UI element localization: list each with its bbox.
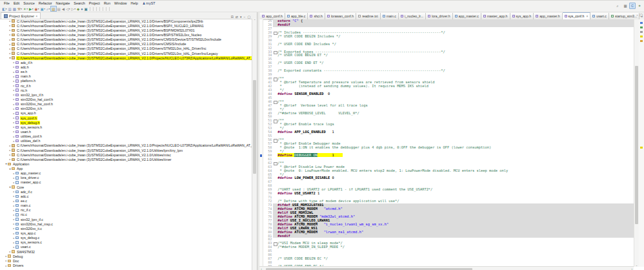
save-all-icon[interactable]: ▩ bbox=[12, 6, 17, 12]
tree-item[interactable]: ▸master_app.c bbox=[0, 180, 252, 185]
forward-icon[interactable]: ▷▾ bbox=[71, 6, 77, 12]
editor-horizontal-scroll-thumb[interactable] bbox=[266, 268, 472, 270]
external-tools-icon[interactable]: ◉▾ bbox=[34, 6, 39, 12]
tree-item[interactable]: ▸Debug bbox=[0, 254, 252, 258]
maximize-icon[interactable]: ▢ bbox=[639, 13, 643, 17]
menu-refactor[interactable]: Refactor bbox=[37, 1, 54, 5]
editor-tab-main.c[interactable]: main.c bbox=[381, 13, 399, 19]
annotation-gutter[interactable] bbox=[259, 19, 263, 267]
editor-tab-usart.c[interactable]: usart.c bbox=[590, 13, 609, 19]
scroll-up-icon[interactable]: ⌃ bbox=[252, 19, 257, 23]
tree-item[interactable]: ▸stm32l0xx_hw_conf.h bbox=[0, 102, 252, 107]
tree-item[interactable]: ▸C:/Users/irhoumai/Downloads/en.i-cube_l… bbox=[0, 143, 252, 148]
tree-item[interactable]: ▸adc_if.c bbox=[0, 189, 252, 194]
scroll-left-icon[interactable]: ‹ bbox=[259, 267, 263, 270]
tree-item[interactable]: ▸C:/Users/irhoumai/Downloads/en.i-cube_l… bbox=[0, 32, 252, 37]
tree-item[interactable]: ▸platform.h bbox=[0, 79, 252, 83]
minimize-icon[interactable]: − bbox=[636, 13, 638, 17]
menu-search[interactable]: Search bbox=[72, 1, 86, 5]
editor-tab-startup_stm3...[interactable]: startup_stm3... bbox=[609, 13, 639, 19]
editor-tab-i_nucleo_lr...[interactable]: i_nucleo_lr... bbox=[399, 13, 426, 19]
tree-item[interactable]: ▸app_master.c bbox=[0, 171, 252, 176]
editor-tab-app_master.c[interactable]: app_master.c bbox=[453, 13, 481, 19]
tree-item[interactable]: ▸rtc_if.c bbox=[0, 208, 252, 213]
tree-item[interactable]: ▸main.h bbox=[0, 74, 252, 79]
editor-horizontal-scrollbar[interactable]: ‹ › bbox=[259, 266, 634, 270]
editor-vertical-scrollbar[interactable]: ⌄ bbox=[634, 19, 639, 267]
save-icon[interactable]: ▥ bbox=[7, 6, 12, 12]
tree-item[interactable]: ▸stm32_lpm_if.h bbox=[0, 92, 252, 97]
tree-item[interactable]: ▸usart.c bbox=[0, 245, 252, 249]
menu-window[interactable]: Window bbox=[112, 1, 129, 5]
tree-item[interactable]: ▾C:/Users/irhoumai/Downloads/en.i-cube_l… bbox=[0, 56, 252, 60]
close-icon[interactable]: × bbox=[586, 14, 588, 18]
overview-marker[interactable] bbox=[640, 36, 643, 37]
new-c-file-icon[interactable]: ▣▾ bbox=[40, 6, 46, 12]
tree-item[interactable]: ▸adc.c bbox=[0, 194, 252, 198]
search-icon[interactable]: ⌕ bbox=[615, 3, 620, 8]
menu-help[interactable]: Help bbox=[129, 1, 140, 5]
editor-tab-master_app.h[interactable]: master_app.h bbox=[481, 13, 510, 19]
myst-menu[interactable]: ♟ myST bbox=[140, 1, 156, 5]
tab-project-explorer[interactable]: Project Explorer × bbox=[1, 12, 41, 19]
tree-item[interactable]: ▸sys_app.h bbox=[0, 111, 252, 116]
menu-navigate[interactable]: Navigate bbox=[54, 1, 72, 5]
search-result-marker[interactable] bbox=[260, 154, 262, 157]
code-editor[interactable]: 25extern "C" {26#endif2728−/* Includes -… bbox=[259, 19, 634, 267]
tree-item[interactable]: ▸lora_driver.c bbox=[0, 176, 252, 180]
overview-marker[interactable] bbox=[640, 147, 643, 149]
tree-item[interactable]: ▸sys_debug.h bbox=[0, 120, 252, 125]
tree-item[interactable]: ▸sys_sensors.h bbox=[0, 125, 252, 129]
tree-item[interactable]: ▾Application bbox=[0, 161, 252, 166]
editor-vertical-scroll-thumb[interactable] bbox=[635, 66, 638, 224]
project-explorer-scroll-thumb[interactable] bbox=[253, 80, 256, 174]
editor-tab-app_conf.h[interactable]: app_conf.h bbox=[260, 13, 285, 19]
tree-item[interactable]: ▸stm32l0xx_it.c bbox=[0, 226, 252, 231]
editor-tab-sys_app.h[interactable]: sys_app.h bbox=[510, 13, 534, 19]
tree-item[interactable]: ▸main.c bbox=[0, 203, 252, 208]
tree-item[interactable]: ▸ee.c bbox=[0, 198, 252, 203]
tree-item[interactable]: ▸adc_if.h bbox=[0, 60, 252, 65]
tree-item[interactable]: ▸sys_conf.h bbox=[0, 116, 252, 120]
overview-marker[interactable] bbox=[640, 22, 643, 24]
menu-edit[interactable]: Edit bbox=[12, 1, 21, 5]
tree-item[interactable]: ▸C:/Users/irhoumai/Downloads/en.i-cube_l… bbox=[0, 42, 252, 47]
back-icon[interactable]: ◁▾ bbox=[65, 6, 71, 12]
tree-item[interactable]: ▸C:/Users/irhoumai/Downloads/en.i-cube_l… bbox=[0, 19, 252, 23]
build-icon[interactable]: ⚒▾ bbox=[17, 6, 23, 12]
tree-item[interactable]: ▸C:/Users/irhoumai/Downloads/en.i-cube_l… bbox=[0, 157, 252, 161]
tree-item[interactable]: ▸C:/Users/irhoumai/Downloads/en.i-cube_l… bbox=[0, 28, 252, 32]
debug-icon[interactable]: ✶▾ bbox=[23, 6, 28, 12]
editor-tab-sys_conf.h[interactable]: sys_conf.h× bbox=[563, 12, 591, 19]
tree-item[interactable]: ▸Drivers bbox=[0, 263, 252, 267]
tree-item[interactable]: ▸C:/Users/irhoumai/Downloads/en.i-cube_l… bbox=[0, 148, 252, 152]
tree-item[interactable]: ▸rtc_if.h bbox=[0, 83, 252, 88]
editor-tab-app_ble.c[interactable]: app_ble.c bbox=[285, 13, 308, 19]
editor-tab-app_master.h[interactable]: app_master.h bbox=[534, 13, 562, 19]
overview-marker[interactable] bbox=[640, 40, 643, 42]
tree-item[interactable]: ▸ee.h bbox=[0, 70, 252, 74]
editor-tab-shci.h[interactable]: shci.h bbox=[308, 13, 325, 19]
tree-item[interactable]: ▸sys_debug.c bbox=[0, 236, 252, 240]
tree-item[interactable]: ▸C:/Users/irhoumai/Downloads/en.i-cube_l… bbox=[0, 51, 252, 56]
cpp-perspective-button[interactable]: C bbox=[629, 3, 636, 9]
tree-item[interactable]: ▸C:/Users/irhoumai/Downloads/en.i-cube_l… bbox=[0, 23, 252, 28]
pin-editor-icon[interactable]: ▤ bbox=[57, 6, 61, 12]
tree-item[interactable]: ▾Core bbox=[0, 185, 252, 189]
scroll-down-icon[interactable]: ⌄ bbox=[634, 264, 639, 267]
tree-item[interactable]: ▸stm32l0xx_it.h bbox=[0, 107, 252, 111]
menu-file[interactable]: File bbox=[2, 1, 12, 5]
tree-item[interactable]: ▸SW4STM32 bbox=[0, 249, 252, 254]
tree-item[interactable]: ▸C:/Users/irhoumai/Downloads/en.i-cube_l… bbox=[0, 47, 252, 51]
menu-source[interactable]: Source bbox=[21, 1, 36, 5]
tree-item[interactable]: ▸rtc.h bbox=[0, 88, 252, 92]
overview-ruler[interactable] bbox=[639, 19, 644, 267]
editor-tab-lora_driver.h[interactable]: lora_driver.h bbox=[426, 13, 453, 19]
tree-item[interactable]: ▸usart.h bbox=[0, 129, 252, 134]
tree-item[interactable]: ▸Doc bbox=[0, 258, 252, 263]
tree-item[interactable]: ▾App bbox=[0, 167, 252, 171]
run-icon[interactable]: ▶▾ bbox=[28, 6, 34, 12]
editor-tab-readme.txt[interactable]: readme.txt bbox=[356, 13, 381, 19]
tree-item[interactable]: ▸sys_sensors.c bbox=[0, 240, 252, 245]
close-icon[interactable]: × bbox=[35, 14, 37, 18]
